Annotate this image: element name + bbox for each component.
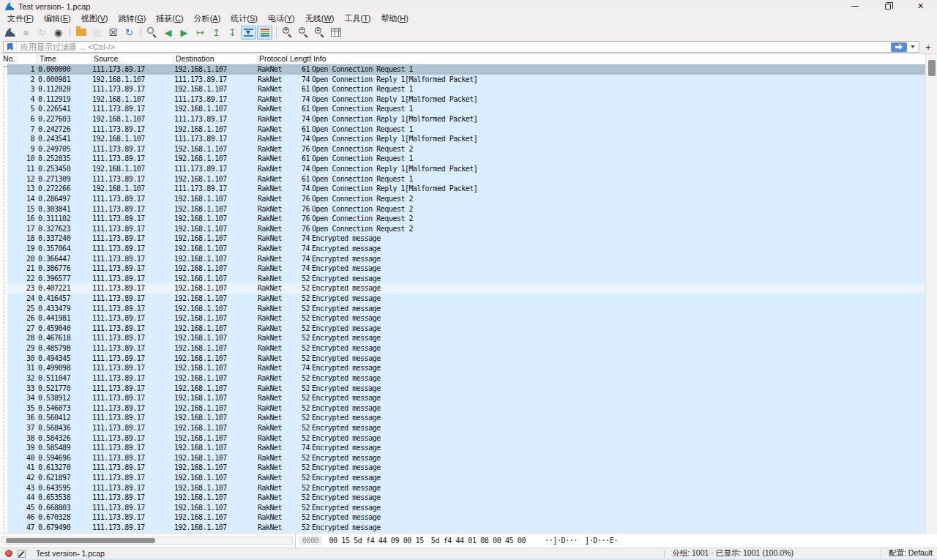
vertical-scrollbar[interactable] <box>925 54 937 533</box>
packet-row-7[interactable]: 70.242726111.173.89.17192.168.1.107RakNe… <box>0 124 925 135</box>
packet-row-38[interactable]: 380.584326111.173.89.17192.168.1.107RakN… <box>0 433 925 444</box>
open-file-icon[interactable] <box>73 26 89 40</box>
filter-bookmark-button[interactable] <box>4 42 17 52</box>
capture-options-icon[interactable]: ◉ <box>51 26 66 40</box>
packet-row-24[interactable]: 240.416457111.173.89.17192.168.1.107RakN… <box>0 294 925 304</box>
packet-row-30[interactable]: 300.494345111.173.89.17192.168.1.107RakN… <box>0 354 925 364</box>
packet-row-47[interactable]: 470.679490111.173.89.17192.168.1.107RakN… <box>0 523 925 533</box>
packet-row-40[interactable]: 400.594696111.173.89.17192.168.1.107RakN… <box>0 453 925 463</box>
packet-row-17[interactable]: 170.327623111.173.89.17192.168.1.107RakN… <box>0 224 925 234</box>
packet-row-2[interactable]: 20.000981192.168.1.107111.173.89.17RakNe… <box>0 75 925 85</box>
packet-row-20[interactable]: 200.366447111.173.89.17192.168.1.107RakN… <box>0 254 925 264</box>
menu-statistics[interactable]: 统计(S) <box>225 12 263 25</box>
packet-row-34[interactable]: 340.538912111.173.89.17192.168.1.107RakN… <box>0 393 925 403</box>
packet-row-14[interactable]: 140.286497111.173.89.17192.168.1.107RakN… <box>0 194 925 204</box>
column-header-info[interactable]: Info <box>312 54 925 64</box>
colorize-icon[interactable] <box>257 26 272 40</box>
packet-row-4[interactable]: 40.112919192.168.1.107111.173.89.17RakNe… <box>0 94 925 105</box>
capture-comment-icon[interactable] <box>18 550 26 558</box>
column-header-protocol[interactable]: Protocol <box>258 54 288 64</box>
packet-row-39[interactable]: 390.585489111.173.89.17192.168.1.107RakN… <box>0 443 925 453</box>
zoom-out-icon[interactable]: − <box>296 26 311 40</box>
close-button[interactable] <box>904 0 937 12</box>
go-to-packet-icon[interactable]: ↦ <box>193 26 208 40</box>
packet-row-3[interactable]: 30.112020111.173.89.17192.168.1.107RakNe… <box>0 84 925 94</box>
resize-columns-icon[interactable] <box>328 26 343 40</box>
menu-tools[interactable]: 工具(T) <box>339 12 376 25</box>
find-packet-icon[interactable] <box>144 26 160 40</box>
last-packet-icon[interactable]: ↧ <box>225 26 240 40</box>
packet-row-13[interactable]: 130.272266192.168.1.107111.173.89.17RakN… <box>0 184 925 194</box>
packet-row-23[interactable]: 230.407221111.173.89.17192.168.1.107RakN… <box>0 283 925 294</box>
reload-file-icon[interactable]: ↻ <box>122 26 137 40</box>
packet-row-15[interactable]: 150.303841111.173.89.17192.168.1.107RakN… <box>0 204 925 214</box>
column-header-no[interactable]: No. <box>0 54 38 64</box>
packet-row-28[interactable]: 280.467618111.173.89.17192.168.1.107RakN… <box>0 333 925 343</box>
packet-row-5[interactable]: 50.226541111.173.89.17192.168.1.107RakNe… <box>0 104 925 114</box>
packet-row-36[interactable]: 360.560412111.173.89.17192.168.1.107RakN… <box>0 413 925 423</box>
previous-packet-icon[interactable]: ◀ <box>160 26 176 40</box>
maximize-button[interactable] <box>871 0 904 12</box>
packet-row-42[interactable]: 420.621897111.173.89.17192.168.1.107RakN… <box>0 473 925 483</box>
menu-telephony[interactable]: 电话(Y) <box>263 12 300 25</box>
column-header-source[interactable]: Source <box>92 54 174 64</box>
packet-row-11[interactable]: 110.253450192.168.1.107111.173.89.17RakN… <box>0 164 925 174</box>
packet-row-32[interactable]: 320.511047111.173.89.17192.168.1.107RakN… <box>0 373 925 384</box>
packet-row-45[interactable]: 450.668803111.173.89.17192.168.1.107RakN… <box>0 503 925 513</box>
add-filter-button[interactable]: + <box>922 42 934 53</box>
first-packet-icon[interactable]: ↥ <box>209 26 224 40</box>
display-filter-input[interactable]: 应用显示过滤器 ... <Ctrl-/> <box>3 41 919 53</box>
packet-row-33[interactable]: 330.521770111.173.89.17192.168.1.107RakN… <box>0 384 925 394</box>
packet-row-46[interactable]: 460.670328111.173.89.17192.168.1.107RakN… <box>0 512 925 523</box>
packet-row-43[interactable]: 430.643595111.173.89.17192.168.1.107RakN… <box>0 483 925 493</box>
close-file-icon[interactable]: ☒ <box>105 26 121 40</box>
status-profile[interactable]: 配置: Default <box>889 548 933 559</box>
horizontal-scrollbar-thumb[interactable] <box>6 538 155 543</box>
auto-scroll-icon[interactable] <box>241 26 256 40</box>
packet-row-31[interactable]: 310.499098111.173.89.17192.168.1.107RakN… <box>0 363 925 373</box>
packet-row-18[interactable]: 180.337240111.173.89.17192.168.1.107RakN… <box>0 234 925 244</box>
vertical-scrollbar-thumb[interactable] <box>928 60 936 76</box>
menu-capture[interactable]: 捕获(C) <box>151 12 188 25</box>
menu-edit[interactable]: 编辑(E) <box>39 12 76 25</box>
packet-row-41[interactable]: 410.613270111.173.89.17192.168.1.107RakN… <box>0 463 925 473</box>
packet-row-44[interactable]: 440.653538111.173.89.17192.168.1.107RakN… <box>0 493 925 503</box>
save-file-icon[interactable]: ▤ <box>89 26 105 40</box>
filter-dropdown-icon[interactable] <box>911 45 915 48</box>
expert-info-icon[interactable] <box>5 550 12 557</box>
menu-view[interactable]: 视图(V) <box>76 12 113 25</box>
menu-file[interactable]: 文件(F) <box>2 12 39 25</box>
packet-row-10[interactable]: 100.252835111.173.89.17192.168.1.107RakN… <box>0 154 925 164</box>
packet-row-8[interactable]: 80.243541192.168.1.107111.173.89.17RakNe… <box>0 134 925 144</box>
packet-row-12[interactable]: 120.271309111.173.89.17192.168.1.107RakN… <box>0 174 925 184</box>
menu-analyze[interactable]: 分析(A) <box>189 12 226 25</box>
next-packet-icon[interactable]: ▶ <box>176 26 192 40</box>
start-capture-icon[interactable] <box>2 26 18 40</box>
zoom-in-icon[interactable]: + <box>280 26 295 40</box>
zoom-original-icon[interactable]: = <box>312 26 327 40</box>
packet-bytes-pane[interactable]: 0000 00 15 5d f4 44 09 00 15 5d f4 44 01… <box>296 534 937 548</box>
minimize-button[interactable] <box>838 0 871 12</box>
column-header-destination[interactable]: Destination <box>174 54 258 64</box>
packet-row-25[interactable]: 250.433479111.173.89.17192.168.1.107RakN… <box>0 304 925 314</box>
menu-help[interactable]: 帮助(H) <box>376 12 414 25</box>
packet-row-22[interactable]: 220.396577111.173.89.17192.168.1.107RakN… <box>0 274 925 284</box>
column-header-time[interactable]: Time <box>38 54 92 64</box>
packet-row-37[interactable]: 370.568436111.173.89.17192.168.1.107RakN… <box>0 423 925 433</box>
menu-go[interactable]: 跳转(G) <box>113 12 151 25</box>
restart-capture-icon[interactable]: ↻ <box>34 26 50 40</box>
packet-row-16[interactable]: 160.311102111.173.89.17192.168.1.107RakN… <box>0 214 925 224</box>
packet-row-35[interactable]: 350.546073111.173.89.17192.168.1.107RakN… <box>0 403 925 414</box>
column-header-length[interactable]: Length <box>288 54 312 64</box>
packet-row-1[interactable]: 10.000000111.173.89.17192.168.1.107RakNe… <box>0 64 925 75</box>
packet-row-19[interactable]: 190.357064111.173.89.17192.168.1.107RakN… <box>0 244 925 254</box>
packet-row-26[interactable]: 260.441981111.173.89.17192.168.1.107RakN… <box>0 313 925 324</box>
packet-row-27[interactable]: 270.459040111.173.89.17192.168.1.107RakN… <box>0 324 925 334</box>
menu-wireless[interactable]: 无线(W) <box>300 12 340 25</box>
packet-row-6[interactable]: 60.227603192.168.1.107111.173.89.17RakNe… <box>0 114 925 124</box>
horizontal-scrollbar[interactable] <box>0 534 296 548</box>
stop-capture-icon[interactable]: ■ <box>18 26 34 40</box>
apply-filter-button[interactable] <box>891 42 907 52</box>
packet-row-29[interactable]: 290.485798111.173.89.17192.168.1.107RakN… <box>0 343 925 354</box>
packet-row-21[interactable]: 210.386776111.173.89.17192.168.1.107RakN… <box>0 264 925 274</box>
